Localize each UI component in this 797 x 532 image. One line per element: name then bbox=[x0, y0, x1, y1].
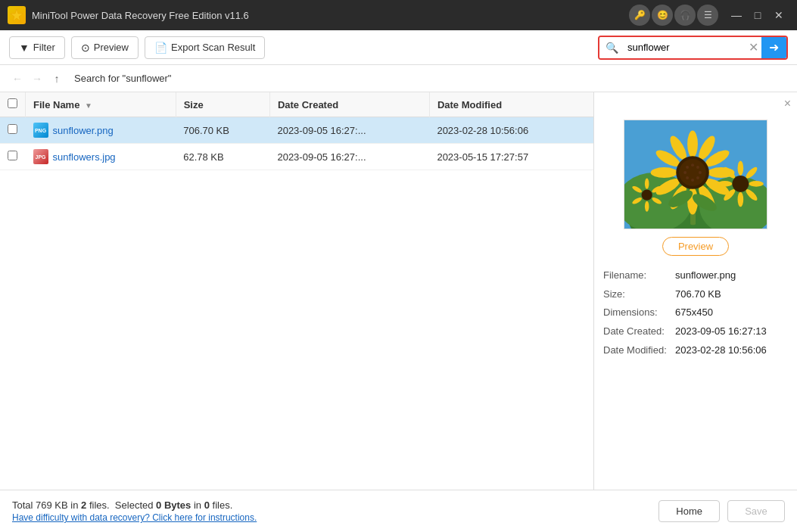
row-filename-cell: JPG sunflowers.jpg bbox=[26, 144, 176, 170]
row-size-cell: 706.70 KB bbox=[176, 117, 269, 144]
file-details: Filename: sunflower.png Size: 706.70 KB … bbox=[603, 266, 788, 359]
svg-point-43 bbox=[642, 190, 652, 201]
headset-icon[interactable]: 🎧 bbox=[674, 5, 696, 26]
minimize-button[interactable]: — bbox=[726, 5, 747, 26]
svg-point-27 bbox=[686, 166, 689, 169]
col-filename[interactable]: File Name ▼ bbox=[26, 92, 176, 117]
col-date-created[interactable]: Date Created bbox=[269, 92, 429, 117]
filter-button[interactable]: ▼ Filter bbox=[9, 36, 65, 59]
win-controls: 🔑 😊 🎧 ☰ bbox=[629, 5, 718, 26]
search-icon: 🔍 bbox=[599, 37, 624, 58]
selected-count: 0 bbox=[204, 499, 210, 511]
row-size-cell: 62.78 KB bbox=[176, 144, 269, 170]
export-icon: 📄 bbox=[154, 42, 167, 54]
maximize-button[interactable]: □ bbox=[747, 5, 768, 26]
svg-point-28 bbox=[738, 160, 744, 176]
png-icon: PNG bbox=[33, 123, 48, 138]
preview-panel: × bbox=[594, 92, 797, 490]
file-link[interactable]: sunflowers.jpg bbox=[53, 151, 116, 163]
preview-image-button[interactable]: Preview bbox=[662, 237, 729, 256]
status-total: Total 769 KB in 2 files. Selected 0 Byte… bbox=[12, 499, 232, 511]
table-row[interactable]: JPG sunflowers.jpg 62.78 KB 2023-09-05 1… bbox=[0, 144, 593, 170]
row-checkbox[interactable] bbox=[8, 151, 17, 160]
back-button[interactable]: ← bbox=[9, 70, 26, 87]
preview-button[interactable]: ⊙ Preview bbox=[71, 36, 139, 59]
preview-icon: ⊙ bbox=[81, 42, 90, 54]
action-buttons: Home Save bbox=[658, 500, 785, 522]
file-name-cell: PNG sunflower.png bbox=[33, 123, 169, 138]
file-scroll[interactable]: File Name ▼ Size Date Created Date Modif… bbox=[0, 92, 593, 490]
search-box: 🔍 ✕ ➜ bbox=[598, 36, 788, 60]
forward-button[interactable]: → bbox=[29, 70, 45, 87]
dimensions-value: 675x450 bbox=[675, 303, 713, 322]
date-created-value: 2023-09-05 16:27:13 bbox=[675, 322, 767, 341]
home-button[interactable]: Home bbox=[658, 500, 720, 522]
search-go-button[interactable]: ➜ bbox=[761, 37, 786, 58]
svg-point-30 bbox=[749, 181, 764, 187]
table-header: File Name ▼ Size Date Created Date Modif… bbox=[0, 92, 593, 117]
total-files-count: 2 bbox=[81, 499, 86, 511]
dimensions-label: Dimensions: bbox=[603, 303, 675, 322]
col-size[interactable]: Size bbox=[176, 92, 269, 117]
select-all-checkbox[interactable] bbox=[0, 92, 26, 117]
row-date-created-cell: 2023-09-05 16:27:... bbox=[269, 144, 429, 170]
status-text: Total 769 KB in 2 files. Selected 0 Byte… bbox=[12, 499, 643, 523]
row-date-created-cell: 2023-09-05 16:27:... bbox=[269, 117, 429, 144]
export-button[interactable]: 📄 Export Scan Result bbox=[145, 36, 265, 59]
col-date-modified[interactable]: Date Modified bbox=[429, 92, 593, 117]
filename-label: Filename: bbox=[603, 266, 675, 285]
file-link[interactable]: sunflower.png bbox=[53, 125, 114, 136]
sort-icon: ▼ bbox=[85, 101, 92, 110]
detail-row-size: Size: 706.70 KB bbox=[603, 285, 788, 304]
svg-point-24 bbox=[691, 179, 694, 182]
close-button[interactable]: ✕ bbox=[768, 5, 789, 26]
row-date-modified-cell: 2023-05-15 17:27:57 bbox=[429, 144, 593, 170]
clear-search-button[interactable]: ✕ bbox=[746, 37, 761, 58]
preview-close-button[interactable]: × bbox=[784, 97, 791, 110]
preview-image-container bbox=[624, 120, 767, 229]
window-actions: — □ ✕ bbox=[726, 5, 789, 26]
file-tbody: PNG sunflower.png 706.70 KB 2023-09-05 1… bbox=[0, 117, 593, 170]
app-title: MiniTool Power Data Recovery Free Editio… bbox=[32, 10, 629, 21]
jpg-icon: JPG bbox=[33, 149, 48, 164]
svg-marker-0 bbox=[11, 9, 23, 21]
table-row[interactable]: PNG sunflower.png 706.70 KB 2023-09-05 1… bbox=[0, 117, 593, 144]
navbar: ← → ↑ Search for "sunflower" bbox=[0, 65, 797, 92]
detail-row-filename: Filename: sunflower.png bbox=[603, 266, 788, 285]
statusbar: Total 769 KB in 2 files. Selected 0 Byte… bbox=[0, 490, 797, 532]
row-date-modified-cell: 2023-02-28 10:56:06 bbox=[429, 117, 593, 144]
size-label: Size: bbox=[603, 285, 675, 304]
row-checkbox-cell[interactable] bbox=[0, 144, 26, 170]
detail-row-date-created: Date Created: 2023-09-05 16:27:13 bbox=[603, 322, 788, 341]
svg-point-34 bbox=[718, 181, 733, 187]
select-all-input[interactable] bbox=[8, 98, 17, 108]
svg-point-19 bbox=[679, 159, 706, 186]
titlebar: MiniTool Power Data Recovery Free Editio… bbox=[0, 0, 797, 30]
svg-point-37 bbox=[645, 179, 649, 189]
svg-point-22 bbox=[699, 171, 702, 174]
row-checkbox[interactable] bbox=[8, 124, 17, 134]
svg-point-23 bbox=[696, 176, 699, 179]
face-icon[interactable]: 😊 bbox=[652, 5, 673, 26]
search-input[interactable] bbox=[624, 37, 746, 58]
preview-label: Preview bbox=[94, 42, 129, 53]
key-icon[interactable]: 🔑 bbox=[629, 5, 650, 26]
menu-icon[interactable]: ☰ bbox=[697, 5, 718, 26]
svg-point-6 bbox=[687, 131, 698, 158]
save-button[interactable]: Save bbox=[727, 500, 785, 522]
date-modified-label: Date Modified: bbox=[603, 341, 675, 360]
help-link[interactable]: Have difficulty with data recovery? Clic… bbox=[12, 512, 643, 523]
app-logo bbox=[8, 6, 26, 24]
svg-point-20 bbox=[691, 163, 694, 166]
filename-value: sunflower.png bbox=[675, 266, 736, 285]
toolbar: ▼ Filter ⊙ Preview 📄 Export Scan Result … bbox=[0, 30, 797, 65]
up-button[interactable]: ↑ bbox=[48, 70, 65, 87]
row-checkbox-cell[interactable] bbox=[0, 117, 26, 144]
filter-label: Filter bbox=[33, 42, 55, 53]
svg-point-15 bbox=[651, 167, 678, 178]
filter-icon: ▼ bbox=[19, 42, 30, 54]
main-area: File Name ▼ Size Date Created Date Modif… bbox=[0, 92, 797, 490]
row-filename-cell: PNG sunflower.png bbox=[26, 117, 176, 144]
breadcrumb: Search for "sunflower" bbox=[74, 73, 171, 84]
svg-point-36 bbox=[732, 176, 749, 192]
